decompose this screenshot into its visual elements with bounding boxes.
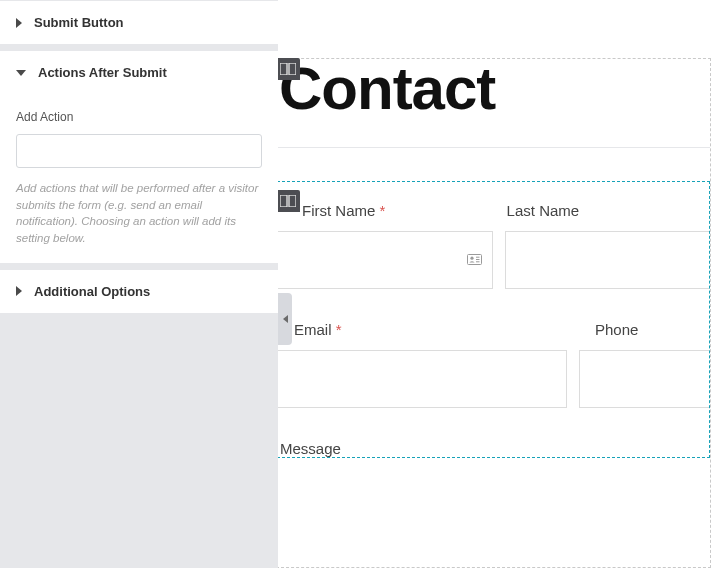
form-field-last-name: Last Name (505, 202, 709, 289)
heading-widget[interactable]: Contact (278, 59, 710, 148)
accordion-label: Submit Button (34, 15, 124, 30)
label-text: Email (294, 321, 332, 338)
add-action-select[interactable] (16, 134, 262, 168)
accordion-label: Additional Options (34, 284, 150, 299)
field-label: Message (278, 440, 709, 457)
svg-rect-3 (289, 195, 296, 207)
field-label: Phone (593, 321, 709, 338)
email-input[interactable] (278, 350, 567, 408)
accordion-actions-after-submit[interactable]: Actions After Submit Add Action Add acti… (0, 50, 278, 263)
svg-rect-1 (289, 63, 296, 75)
add-action-label: Add Action (16, 110, 262, 124)
address-card-icon (467, 251, 482, 269)
svg-rect-2 (280, 195, 287, 207)
add-action-help: Add actions that will be performed after… (16, 180, 262, 247)
field-label: Email * (292, 321, 567, 338)
settings-sidebar: Submit Button Actions After Submit Add A… (0, 0, 278, 568)
form-row: Email * Phone (278, 321, 709, 408)
heading-divider (278, 147, 710, 148)
first-name-input[interactable] (278, 231, 493, 289)
caret-right-icon (16, 18, 22, 28)
svg-point-5 (470, 257, 473, 260)
required-asterisk: * (380, 202, 386, 219)
label-text: First Name (302, 202, 375, 219)
columns-icon (280, 63, 296, 75)
columns-icon (280, 195, 296, 207)
last-name-input[interactable] (505, 231, 709, 289)
accordion-label: Actions After Submit (38, 65, 167, 80)
svg-rect-0 (280, 63, 287, 75)
sidebar-collapse-handle[interactable] (278, 293, 292, 345)
field-label: First Name * (300, 202, 493, 219)
form-widget[interactable]: First Name * Last Name (278, 181, 710, 458)
accordion-header-additional[interactable]: Additional Options (0, 270, 278, 313)
section-outline[interactable]: Contact First Name * (278, 58, 711, 568)
accordion-body-actions: Add Action Add actions that will be perf… (0, 94, 278, 263)
form-field-email: Email * (278, 321, 567, 408)
accordion-submit-button[interactable]: Submit Button (0, 0, 278, 44)
contact-heading: Contact (279, 59, 710, 147)
caret-right-icon (16, 286, 22, 296)
sidebar-empty-area (0, 314, 278, 568)
form-row: First Name * Last Name (278, 202, 709, 289)
form-field-first-name: First Name * (278, 202, 493, 289)
caret-down-icon (16, 70, 26, 76)
section-handle[interactable] (278, 190, 300, 212)
editor-canvas: Contact First Name * (278, 0, 711, 568)
form-field-phone: Phone (579, 321, 709, 408)
accordion-header-actions[interactable]: Actions After Submit (0, 51, 278, 94)
accordion-additional-options[interactable]: Additional Options (0, 269, 278, 314)
field-label: Last Name (505, 202, 709, 219)
accordion-header-submit-button[interactable]: Submit Button (0, 1, 278, 44)
chevron-left-icon (283, 315, 288, 323)
section-handle[interactable] (278, 58, 300, 80)
required-asterisk: * (336, 321, 342, 338)
phone-input[interactable] (579, 350, 709, 408)
